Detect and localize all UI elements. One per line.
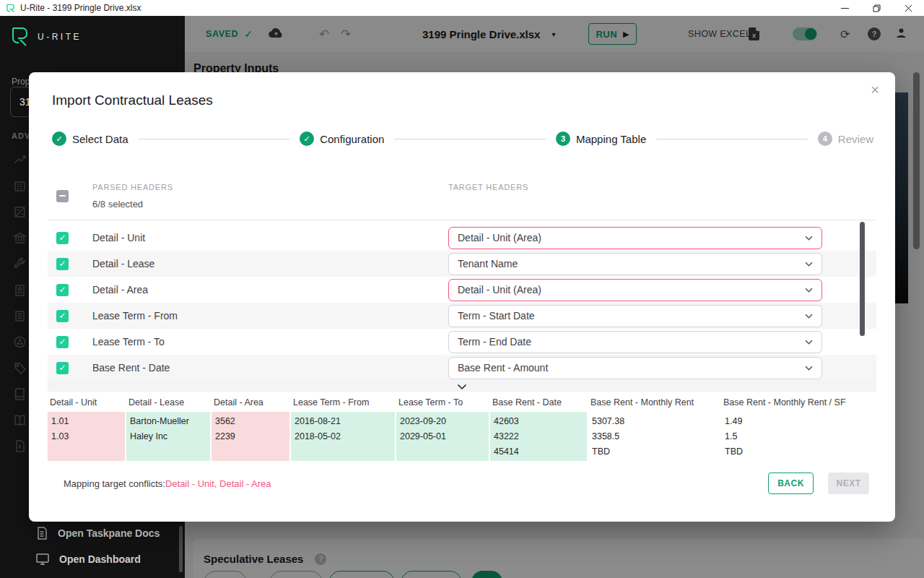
scroll-more-strip	[48, 381, 876, 392]
sidebar-item-receipt-icon[interactable]	[12, 309, 27, 323]
step-select-data[interactable]: ✓ Select Data	[52, 131, 128, 146]
sidebar-item-open-dashboard[interactable]: Open Dashboard	[0, 546, 185, 572]
mapping-row: ✓ Base Rent - Date Base Rent - Amount	[48, 355, 876, 381]
step-review[interactable]: 4 Review	[818, 131, 873, 146]
close-window-button[interactable]	[892, 0, 924, 16]
sidebar-item-tag-icon[interactable]	[12, 361, 27, 375]
sidebar-item-trend-icon[interactable]	[12, 153, 27, 167]
title-bar: U-Rite - 3199 Pringle Drive.xlsx	[0, 0, 924, 16]
brand: U-RITE	[0, 16, 185, 48]
property-label: Prop	[12, 77, 30, 87]
mapping-row: ✓ Detail - Unit Detail - Unit (Area)	[48, 225, 876, 251]
target-header-dropdown[interactable]: Detail - Unit (Area)	[448, 227, 822, 249]
target-header-dropdown[interactable]: Detail - Unit (Area)	[448, 279, 822, 301]
sidebar-item-wheel-icon[interactable]	[12, 335, 27, 349]
sidebar-item-document-icon[interactable]	[12, 439, 27, 453]
target-headers-label: TARGET HEADERS	[448, 179, 528, 191]
window-title: U-Rite - 3199 Pringle Drive.xlsx	[20, 3, 141, 13]
step-connector	[394, 139, 546, 139]
mapping-row: ✓ Detail - Lease Tenant Name	[48, 251, 876, 277]
preview-header-row: Detail - Unit Detail - Lease Detail - Ar…	[48, 393, 876, 412]
close-icon[interactable]: ×	[866, 81, 884, 98]
next-button[interactable]: NEXT	[828, 473, 869, 494]
preview-column: 2023-09-20 2029-05-01	[396, 412, 489, 461]
modal-title: Import Contractual Leases	[29, 72, 895, 108]
urite-logo-icon	[10, 26, 29, 48]
sidebar-item-wrench-icon[interactable]	[12, 257, 27, 271]
doc-icon	[36, 527, 48, 540]
chevron-down-icon	[805, 314, 813, 319]
sidebar-item-label: Open Taskpane Docs	[58, 527, 160, 539]
step-done-icon: ✓	[300, 131, 314, 146]
conflict-note: Mapping target conflicts:	[64, 478, 165, 489]
step-number: 4	[818, 131, 832, 146]
mapping-header: PARSED HEADERS 6/8 selected TARGET HEADE…	[48, 179, 876, 212]
wizard-stepper: ✓ Select Data ✓ Configuration 3 Mapping …	[52, 131, 873, 146]
preview-column: 1.01 1.03	[48, 412, 125, 461]
target-header-dropdown[interactable]: Term - End Date	[448, 331, 822, 353]
preview-column: 1.49 1.5 TBD	[721, 412, 855, 461]
sidebar-item-book-icon[interactable]	[12, 387, 27, 401]
divider	[48, 220, 876, 220]
target-header-dropdown[interactable]: Base Rent - Amount	[448, 357, 822, 379]
preview-column: 3562 2239	[212, 412, 289, 461]
sidebar-item-building-icon[interactable]	[12, 179, 27, 193]
row-checkbox[interactable]: ✓	[56, 232, 69, 244]
step-connector	[139, 139, 290, 139]
conflict-values: Detail - Unit, Detail - Area	[165, 478, 271, 489]
step-done-icon: ✓	[52, 131, 66, 146]
preview-body: 1.01 1.03 Barton-Mueller Haley Inc 3562 …	[48, 412, 876, 461]
selected-count: 6/8 selected	[92, 199, 448, 210]
back-button[interactable]: BACK	[768, 473, 814, 494]
minimize-button[interactable]	[829, 0, 860, 16]
chevron-down-icon	[805, 262, 813, 267]
select-all-checkbox[interactable]	[56, 190, 69, 202]
step-connector	[656, 139, 808, 139]
show-more-chevron-icon[interactable]	[457, 380, 467, 393]
preview-column: 5307.38 3358.5 TBD	[588, 412, 720, 461]
step-mapping-table[interactable]: 3 Mapping Table	[556, 131, 646, 146]
target-header-dropdown[interactable]: Tenant Name	[448, 253, 822, 275]
preview-column: Barton-Mueller Haley Inc	[126, 412, 210, 461]
row-checkbox[interactable]: ✓	[56, 362, 69, 374]
sidebar-scrollbar[interactable]	[179, 526, 183, 572]
sidebar-item-label: Open Dashboard	[59, 553, 141, 565]
brand-name: U-RITE	[38, 32, 82, 42]
target-header-dropdown[interactable]: Term - Start Date	[448, 305, 822, 327]
row-checkbox[interactable]: ✓	[56, 258, 69, 270]
sidebar-item-exposure-icon[interactable]	[12, 205, 27, 219]
restore-button[interactable]	[860, 0, 892, 16]
monitor-icon	[36, 553, 49, 565]
chevron-down-icon	[805, 366, 813, 371]
step-configuration[interactable]: ✓ Configuration	[300, 131, 384, 146]
step-number: 3	[556, 131, 570, 146]
modal-footer: Mapping target conflicts: Detail - Unit,…	[64, 473, 869, 494]
row-checkbox[interactable]: ✓	[56, 336, 69, 348]
scrollbar-thumb[interactable]	[860, 222, 865, 336]
preview-table: Detail - Unit Detail - Lease Detail - Ar…	[48, 393, 876, 461]
mapping-row: ✓ Detail - Area Detail - Unit (Area)	[48, 277, 876, 303]
urite-app-icon	[6, 4, 15, 13]
row-checkbox[interactable]: ✓	[56, 310, 69, 322]
mapping-row: ✓ Lease Term - To Term - End Date	[48, 329, 876, 355]
preview-column: 42603 43222 45414	[490, 412, 587, 461]
chevron-down-icon	[805, 236, 813, 241]
mapping-list-scrollbar[interactable]	[860, 222, 865, 376]
sidebar-item-bank-icon[interactable]	[12, 231, 27, 245]
parsed-headers-label: PARSED HEADERS	[92, 183, 448, 191]
sidebar-item-badge-icon[interactable]	[12, 283, 27, 297]
chevron-down-icon	[805, 288, 813, 293]
chevron-down-icon	[805, 340, 813, 345]
preview-column: 2016-08-21 2018-05-02	[291, 412, 395, 461]
sidebar-item-open-book-icon[interactable]	[12, 413, 27, 427]
sidebar-item-open-taskpane-docs[interactable]: Open Taskpane Docs	[0, 520, 185, 546]
mapping-rows: ✓ Detail - Unit Detail - Unit (Area) ✓ D…	[48, 225, 876, 381]
mapping-row: ✓ Lease Term - From Term - Start Date	[48, 303, 876, 329]
row-checkbox[interactable]: ✓	[56, 284, 69, 296]
import-leases-modal: × Import Contractual Leases ✓ Select Dat…	[29, 72, 895, 522]
